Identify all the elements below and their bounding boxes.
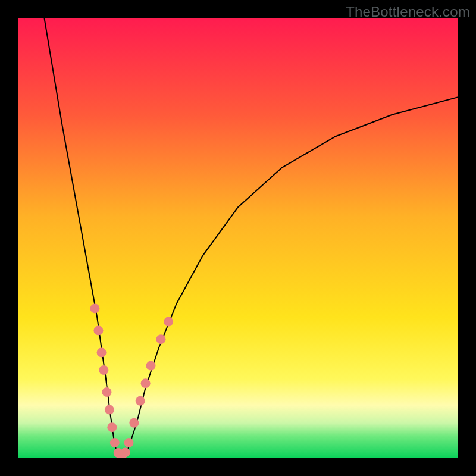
highlight-dot <box>99 365 108 375</box>
plot-area <box>18 18 458 458</box>
highlight-dot <box>105 405 114 415</box>
chart-svg <box>18 18 458 458</box>
highlight-dot <box>136 396 145 406</box>
highlight-dot <box>124 438 133 447</box>
highlight-dot <box>141 378 151 388</box>
watermark-text: TheBottleneck.com <box>346 4 470 20</box>
highlight-dot <box>164 317 173 327</box>
highlight-dot <box>97 347 107 357</box>
chart-frame: TheBottleneck.com <box>0 0 476 476</box>
highlight-dot <box>102 387 111 397</box>
highlight-dot <box>146 361 155 371</box>
highlight-dot <box>156 334 166 344</box>
highlight-dot <box>90 303 100 313</box>
highlight-dot <box>129 418 139 428</box>
highlight-dot <box>107 422 117 432</box>
highlight-dot <box>93 325 103 335</box>
highlight-dot <box>110 438 120 447</box>
highlight-dot <box>121 447 130 457</box>
